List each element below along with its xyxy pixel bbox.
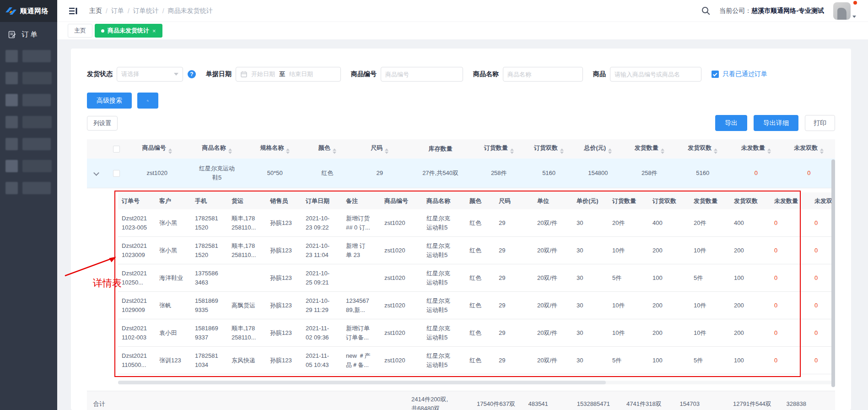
column-label: 商品编号: [142, 144, 166, 151]
sort-icon[interactable]: [714, 148, 717, 154]
logo[interactable]: 顺通网络: [0, 0, 57, 22]
detail-row[interactable]: Dzst2021 10250...海洋鞋业1375586 3463孙膑12320…: [118, 264, 835, 292]
sort-icon[interactable]: [228, 148, 232, 154]
detail-cell: 红色: [466, 264, 495, 292]
product-input[interactable]: [610, 67, 701, 82]
detail-cell: 0: [771, 319, 811, 347]
tab-home[interactable]: 主页: [68, 24, 92, 38]
detail-cell: 红星尔克 运动鞋5: [423, 209, 466, 237]
column-header[interactable]: 订货双数: [524, 139, 573, 159]
breadcrumb-item-home[interactable]: 主页: [89, 7, 102, 15]
summary-cell: 2414件200双, 共68480双: [408, 391, 473, 410]
column-header[interactable]: 总价(元): [573, 139, 623, 159]
sort-icon[interactable]: [510, 148, 514, 154]
filter-bar: 发货状态 请选择 ? 单据日期: [87, 67, 835, 82]
detail-cell: 2021-10- 23 11:04: [302, 237, 342, 264]
sort-icon[interactable]: [385, 148, 388, 154]
row-checkbox[interactable]: [113, 170, 120, 177]
sort-icon[interactable]: [333, 148, 336, 154]
vertical-scrollbar[interactable]: [831, 159, 835, 387]
only-passed-checkbox[interactable]: [712, 71, 719, 78]
detail-row[interactable]: Dzst2021 1023-005张小黑1782581 1520顺丰,178 2…: [118, 209, 835, 237]
collapse-row-chevron-icon[interactable]: [93, 170, 99, 176]
detail-cell: 顺丰,178 258110...: [228, 209, 266, 237]
detail-cell: 20双/件: [534, 209, 573, 237]
parent-cell: zst1020: [127, 159, 187, 188]
sort-icon[interactable]: [286, 148, 290, 154]
detail-cell: 红色: [466, 347, 495, 374]
detail-cell: 400: [730, 209, 771, 237]
detail-cell: 红星尔克 运动鞋5: [423, 347, 466, 374]
parent-cell: 29: [351, 159, 408, 188]
select-all-checkbox[interactable]: [113, 146, 120, 153]
sort-icon[interactable]: [767, 148, 771, 154]
export-detail-button[interactable]: 导出详细: [754, 115, 798, 131]
column-header[interactable]: 规格名称: [247, 139, 303, 159]
column-header[interactable]: 未发数量: [729, 139, 782, 159]
column-label: 库存数量: [429, 145, 453, 152]
sidebar-item-redacted[interactable]: [5, 138, 52, 150]
collapse-menu-icon[interactable]: [69, 7, 77, 15]
column-header[interactable]: 商品名称: [187, 139, 247, 159]
detail-cell: 红色: [466, 237, 495, 264]
column-header[interactable]: 发货双数: [676, 139, 729, 159]
sidebar-item-redacted[interactable]: [5, 116, 52, 128]
parent-cell: 258件: [473, 159, 524, 188]
search-button[interactable]: [137, 93, 158, 109]
ship-status-select[interactable]: 请选择: [117, 67, 183, 82]
sort-icon[interactable]: [661, 148, 664, 154]
detail-cell: 29: [495, 347, 534, 374]
detail-cell: 10件: [609, 237, 649, 264]
sort-icon[interactable]: [168, 148, 172, 154]
sidebar-item-label: 订 单: [22, 30, 37, 39]
sidebar-item-redacted[interactable]: [5, 182, 52, 194]
redacted-label: [22, 116, 52, 128]
detail-cell: 100: [730, 347, 771, 374]
detail-row[interactable]: Dzst2021 1102-003袁小田1581869 9337顺丰,178 2…: [118, 319, 835, 347]
date-range-input[interactable]: 开始日期 至 结束日期: [236, 67, 341, 82]
sort-icon[interactable]: [608, 148, 612, 154]
column-header[interactable]: 发货数量: [623, 139, 676, 159]
detail-cell: 20双/件: [534, 292, 573, 319]
print-button[interactable]: 打印: [805, 115, 835, 131]
detail-row[interactable]: Dzst2021 1023009张小黑1782581 1520顺丰,178 25…: [118, 237, 835, 264]
product-name-input[interactable]: [503, 67, 583, 82]
column-header[interactable]: 颜色: [303, 139, 351, 159]
tab-unshipped-stats[interactable]: 商品未发货统计 ×: [95, 24, 162, 38]
redacted-label: [22, 72, 52, 84]
header-checkbox-cell: [106, 139, 127, 159]
sidebar-item-redacted[interactable]: [5, 50, 52, 62]
tab-close-icon[interactable]: ×: [152, 27, 156, 34]
search-icon[interactable]: [701, 6, 710, 15]
sidebar-item-orders[interactable]: 订 单: [0, 22, 57, 44]
help-icon[interactable]: ?: [188, 70, 196, 78]
only-passed-label[interactable]: 只看已通过订单: [722, 70, 767, 78]
horizontal-scrollbar-thumb[interactable]: [118, 381, 606, 384]
column-header[interactable]: 未发双数: [782, 139, 835, 159]
parent-row[interactable]: zst1020红星尔克运动 鞋550*50红色2927件,共540双258件51…: [87, 159, 835, 188]
export-button[interactable]: 导出: [715, 115, 747, 131]
column-settings-button[interactable]: 列设置: [87, 116, 118, 131]
sidebar-item-redacted[interactable]: [5, 94, 52, 106]
horizontal-scrollbar[interactable]: [118, 381, 835, 384]
breadcrumb-item-order-stats[interactable]: 订单统计: [133, 7, 159, 15]
sidebar-item-redacted[interactable]: [5, 160, 52, 172]
header-expand-spacer: [87, 139, 106, 159]
column-header[interactable]: 订货数量: [473, 139, 524, 159]
detail-row[interactable]: Dzst2021 110500...张训1231782581 1034东风快递孙…: [118, 347, 835, 374]
breadcrumb-item-orders[interactable]: 订单: [111, 7, 124, 15]
user-avatar[interactable]: [833, 2, 856, 20]
column-header[interactable]: 商品编号: [127, 139, 187, 159]
sidebar-item-redacted[interactable]: [5, 72, 52, 84]
sort-icon[interactable]: [560, 148, 564, 154]
detail-cell: 0: [771, 264, 811, 292]
advanced-search-button[interactable]: 高级搜索: [87, 93, 132, 109]
product-no-input[interactable]: [381, 67, 463, 82]
detail-cell: 30: [573, 264, 609, 292]
sort-icon[interactable]: [820, 148, 824, 154]
detail-row[interactable]: Dzst2021 1029009张帆1581869 9335高飘货运孙膑1232…: [118, 292, 835, 319]
detail-cell: 0: [771, 237, 811, 264]
detail-cell: [228, 264, 266, 292]
detail-cell: 29: [495, 209, 534, 237]
column-header[interactable]: 尺码: [351, 139, 408, 159]
